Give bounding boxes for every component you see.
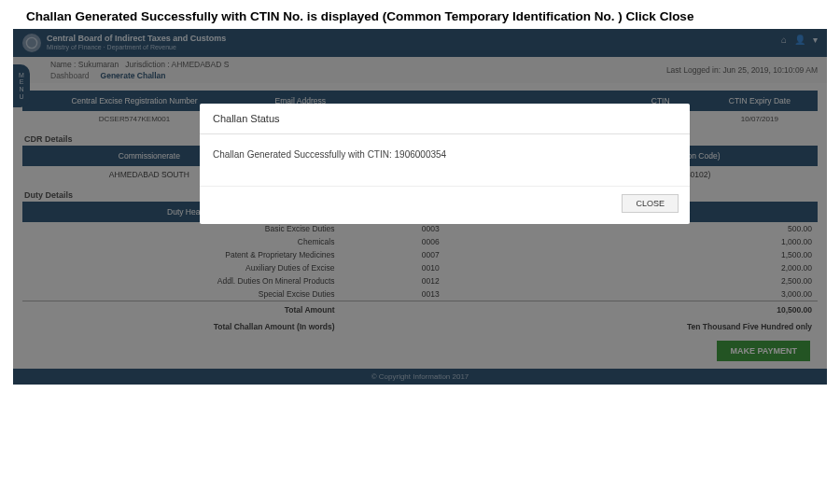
close-button[interactable]: CLOSE bbox=[622, 194, 679, 213]
modal-footer: CLOSE bbox=[200, 186, 690, 224]
modal-title: Challan Status bbox=[200, 104, 690, 134]
modal-message: Challan Generated Successfully with CTIN… bbox=[200, 134, 690, 186]
caption-action: Click Close bbox=[626, 9, 694, 23]
instruction-caption: Challan Generated Successfully with CTIN… bbox=[0, 0, 840, 29]
challan-status-modal: Challan Status Challan Generated Success… bbox=[200, 104, 690, 224]
app-window: Central Board of Indirect Taxes and Cust… bbox=[13, 29, 827, 385]
caption-prefix: Challan Generated Successfully with CTIN… bbox=[26, 9, 626, 23]
